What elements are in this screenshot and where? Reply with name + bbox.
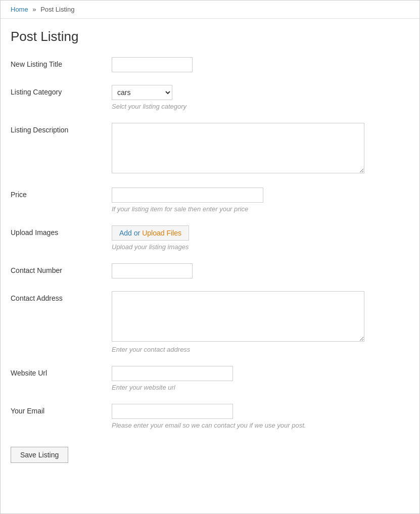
website-url-hint: Enter your website url (112, 384, 404, 391)
contact-number-input[interactable] (112, 263, 193, 278)
contact-address-row: Contact Address Enter your contact addre… (11, 291, 404, 353)
upload-text: Upload Files (142, 229, 181, 237)
listing-category-hint: Selct your listing category (112, 103, 404, 110)
breadcrumb-separator: » (32, 6, 36, 13)
upload-images-label: Upload Images (11, 225, 112, 237)
listing-description-field (112, 123, 404, 175)
listing-description-input[interactable] (112, 123, 364, 173)
contact-number-row: Contact Number (11, 263, 404, 278)
new-listing-title-input[interactable] (112, 57, 193, 72)
upload-files-button[interactable]: Add or Upload Files (112, 225, 189, 241)
upload-images-field: Add or Upload Files Upload your listing … (112, 225, 404, 251)
contact-address-field: Enter your contact address (112, 291, 404, 353)
your-email-hint: Please enter your email so we can contac… (112, 422, 404, 429)
website-url-row: Website Url Enter your website url (11, 366, 404, 391)
upload-images-row: Upload Images Add or Upload Files Upload… (11, 225, 404, 251)
save-button-row: Save Listing (11, 442, 404, 463)
contact-address-hint: Enter your contact address (112, 346, 404, 353)
page-title: Post Listing (11, 29, 404, 44)
contact-number-label: Contact Number (11, 263, 112, 274)
listing-description-row: Listing Description (11, 123, 404, 175)
listing-category-select[interactable]: cars real estate electronics jobs servic… (112, 85, 172, 100)
price-row: Price If your listing item for sale then… (11, 188, 404, 213)
contact-address-input[interactable] (112, 291, 364, 342)
price-field: If your listing item for sale then enter… (112, 188, 404, 213)
listing-category-label: Listing Category (11, 85, 112, 96)
breadcrumb: Home » Post Listing (1, 1, 419, 19)
breadcrumb-home-link[interactable]: Home (11, 6, 28, 13)
your-email-field: Please enter your email so we can contac… (112, 404, 404, 429)
price-input[interactable] (112, 188, 263, 203)
main-content: Post Listing New Listing Title Listing C… (1, 19, 419, 478)
save-listing-button[interactable]: Save Listing (11, 447, 68, 463)
price-hint: If your listing item for sale then enter… (112, 205, 404, 213)
page-wrapper: Home » Post Listing Post Listing New Lis… (0, 0, 420, 514)
contact-number-field (112, 263, 404, 278)
listing-category-field: cars real estate electronics jobs servic… (112, 85, 404, 110)
new-listing-title-label: New Listing Title (11, 57, 112, 68)
contact-address-label: Contact Address (11, 291, 112, 302)
listing-description-label: Listing Description (11, 123, 112, 134)
breadcrumb-current: Post Listing (40, 6, 74, 13)
new-listing-title-row: New Listing Title (11, 57, 404, 72)
website-url-input[interactable] (112, 366, 233, 381)
website-url-label: Website Url (11, 366, 112, 377)
your-email-label: Your Email (11, 404, 112, 415)
add-text: Add or (119, 229, 142, 237)
your-email-row: Your Email Please enter your email so we… (11, 404, 404, 429)
website-url-field: Enter your website url (112, 366, 404, 391)
upload-images-hint: Upload your listing images (112, 243, 404, 251)
listing-category-row: Listing Category cars real estate electr… (11, 85, 404, 110)
your-email-input[interactable] (112, 404, 233, 419)
price-label: Price (11, 188, 112, 199)
new-listing-title-field (112, 57, 404, 72)
